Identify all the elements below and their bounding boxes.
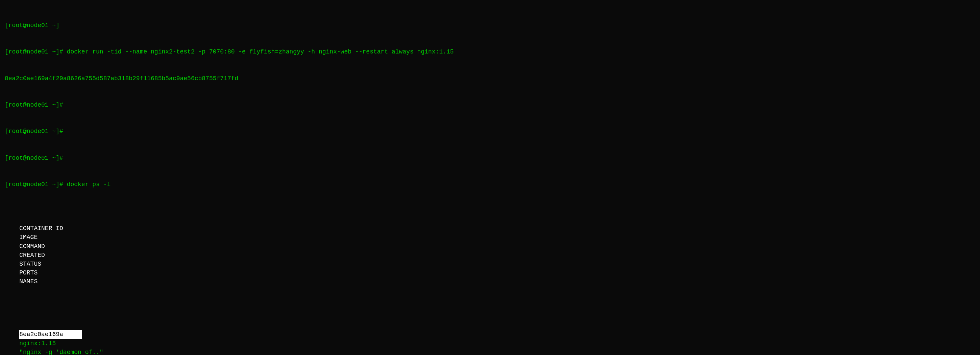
container-hash: 8ea2c0ae169a4f29a8626a755d587ab318b29f11… <box>5 75 238 82</box>
line-2: [root@node01 ~]# docker run -tid --name … <box>5 47 975 56</box>
col-header-container-id: CONTAINER ID <box>19 224 82 233</box>
table-header-row: CONTAINER ID IMAGE COMMAND CREATED STATU… <box>5 215 975 295</box>
terminal-window: [root@node01 ~] [root@node01 ~]# docker … <box>5 3 975 355</box>
col-header-names: NAMES <box>19 277 38 286</box>
prompt-5: [root@node01 ~] <box>5 128 59 135</box>
col-header-command: COMMAND <box>19 242 154 251</box>
col-header-ports: PORTS <box>19 269 148 277</box>
col-header-created: CREATED <box>19 251 134 259</box>
line-5: [root@node01 ~]# <box>5 127 975 136</box>
line-3: 8ea2c0ae169a4f29a8626a755d587ab318b29f11… <box>5 74 975 83</box>
line-4: [root@node01 ~]# <box>5 101 975 109</box>
cmd-docker-ps: [root@node01 ~]# docker ps -l <box>5 181 110 188</box>
prompt-4: [root@node01 ~] <box>5 102 59 108</box>
col-header-image: IMAGE <box>19 233 148 241</box>
cmd-docker-run: [root@node01 ~]# docker run -tid --name … <box>5 48 454 55</box>
prompt-6: [root@node01 ~] <box>5 155 59 162</box>
table-data-row: 8ea2c0ae169a nginx:1.15 "nginx -g 'daemo… <box>5 321 975 355</box>
col-header-status: STATUS <box>19 259 124 269</box>
col-data-command: "nginx -g 'daemon of.." <box>19 348 154 355</box>
line-1: [root@node01 ~] <box>5 21 975 30</box>
prompt-1: [root@node01 ~] <box>5 22 59 29</box>
col-data-container-id: 8ea2c0ae169a <box>19 330 82 339</box>
col-data-image: nginx:1.15 <box>19 339 148 348</box>
line-6: [root@node01 ~]# <box>5 154 975 162</box>
line-7: [root@node01 ~]# docker ps -l <box>5 180 975 189</box>
